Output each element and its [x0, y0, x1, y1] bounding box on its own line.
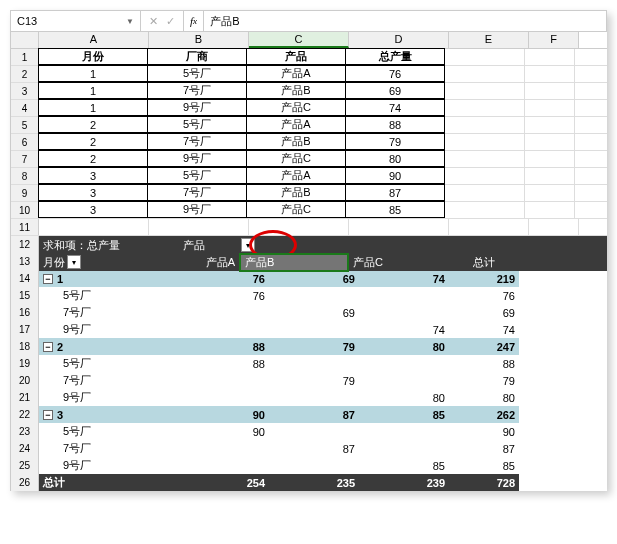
cell[interactable]: 产品A	[246, 167, 346, 184]
row-header[interactable]: 18	[11, 338, 39, 355]
pivot-value[interactable]: 74	[359, 270, 449, 287]
chevron-down-icon[interactable]: ▼	[126, 17, 134, 26]
name-box[interactable]: C13 ▼	[11, 11, 141, 31]
col-header-c[interactable]: C	[249, 32, 349, 48]
row-header[interactable]: 10	[11, 202, 39, 218]
pivot-row-label[interactable]: 9号厂	[39, 389, 179, 406]
pivot-row-label[interactable]: 7号厂	[39, 372, 179, 389]
pivot-value[interactable]: 69	[269, 270, 359, 287]
pivot-group-label[interactable]: −1	[39, 270, 179, 287]
cell[interactable]: 87	[345, 184, 445, 201]
pivot-col-label[interactable]: 总计	[429, 255, 499, 270]
pivot-value[interactable]: 90	[179, 423, 269, 440]
col-header-d[interactable]: D	[349, 32, 449, 48]
pivot-value[interactable]: 69	[269, 304, 359, 321]
collapse-icon[interactable]: −	[43, 342, 53, 352]
cell[interactable]: 产品C	[246, 201, 346, 218]
pivot-value[interactable]	[179, 440, 269, 457]
pivot-value[interactable]: 90	[449, 423, 519, 440]
cell[interactable]: 月份	[38, 48, 148, 65]
pivot-value[interactable]	[269, 423, 359, 440]
pivot-value[interactable]: 80	[449, 389, 519, 406]
pivot-value[interactable]: 80	[359, 338, 449, 355]
cell[interactable]: 80	[345, 150, 445, 167]
pivot-value[interactable]: 88	[179, 355, 269, 372]
cell[interactable]: 总产量	[345, 48, 445, 65]
row-header[interactable]: 2	[11, 66, 39, 82]
pivot-value[interactable]	[179, 372, 269, 389]
cell[interactable]: 69	[345, 82, 445, 99]
cell[interactable]: 5号厂	[147, 167, 247, 184]
row-header[interactable]: 14	[11, 270, 39, 287]
row-header[interactable]: 4	[11, 100, 39, 116]
col-header-a[interactable]: A	[39, 32, 149, 48]
cell[interactable]: 74	[345, 99, 445, 116]
pivot-row-dropdown[interactable]: ▾	[67, 255, 81, 269]
pivot-grand-label[interactable]: 总计	[39, 474, 179, 491]
cell[interactable]: 3	[38, 184, 148, 201]
pivot-value[interactable]: 69	[449, 304, 519, 321]
row-header[interactable]: 12	[11, 236, 39, 253]
cell[interactable]: 产品	[246, 48, 346, 65]
formula-bar-value[interactable]: 产品B	[204, 14, 606, 29]
row-header[interactable]: 13	[11, 253, 39, 270]
pivot-value[interactable]: 87	[269, 406, 359, 423]
cell[interactable]: 2	[38, 150, 148, 167]
pivot-value[interactable]: 74	[449, 321, 519, 338]
pivot-value[interactable]: 87	[269, 440, 359, 457]
row-header[interactable]: 20	[11, 372, 39, 389]
pivot-value[interactable]	[179, 321, 269, 338]
cell[interactable]: 79	[345, 133, 445, 150]
cell[interactable]: 产品B	[246, 133, 346, 150]
pivot-value[interactable]	[269, 355, 359, 372]
pivot-col-label[interactable]: 产品A	[149, 255, 239, 270]
pivot-value[interactable]: 76	[449, 287, 519, 304]
pivot-value[interactable]	[359, 372, 449, 389]
pivot-value[interactable]: 728	[449, 474, 519, 491]
pivot-col-dropdown[interactable]: ▾	[241, 238, 255, 252]
cancel-icon[interactable]: ✕	[149, 15, 158, 28]
pivot-value[interactable]: 80	[359, 389, 449, 406]
pivot-value[interactable]: 76	[179, 270, 269, 287]
pivot-group-label[interactable]: −3	[39, 406, 179, 423]
pivot-value[interactable]: 88	[449, 355, 519, 372]
cell[interactable]: 3	[38, 201, 148, 218]
cell[interactable]: 88	[345, 116, 445, 133]
pivot-row-label[interactable]: 5号厂	[39, 287, 179, 304]
pivot-value[interactable]: 254	[179, 474, 269, 491]
pivot-value[interactable]: 262	[449, 406, 519, 423]
cell[interactable]: 产品C	[246, 150, 346, 167]
pivot-value[interactable]: 85	[359, 406, 449, 423]
cell[interactable]: 产品A	[246, 65, 346, 82]
pivot-value[interactable]: 85	[449, 457, 519, 474]
cell[interactable]: 1	[38, 65, 148, 82]
cell[interactable]: 产品B	[246, 184, 346, 201]
pivot-value[interactable]: 85	[359, 457, 449, 474]
cell[interactable]: 9号厂	[147, 201, 247, 218]
row-header[interactable]: 21	[11, 389, 39, 406]
pivot-row-label[interactable]: 9号厂	[39, 321, 179, 338]
pivot-value[interactable]: 88	[179, 338, 269, 355]
pivot-measure-label[interactable]: 求和项：总产量	[39, 238, 179, 253]
pivot-value[interactable]: 90	[179, 406, 269, 423]
select-all-corner[interactable]	[11, 32, 39, 48]
col-header-f[interactable]: F	[529, 32, 579, 48]
cell[interactable]: 2	[38, 133, 148, 150]
pivot-value[interactable]: 239	[359, 474, 449, 491]
worksheet-grid[interactable]: 1 月份 厂商 产品 总产量 2 1 5号厂 产品A 76 3 1 7号厂 产品…	[10, 49, 607, 491]
pivot-value[interactable]: 235	[269, 474, 359, 491]
cell[interactable]	[445, 49, 525, 65]
col-header-b[interactable]: B	[149, 32, 249, 48]
pivot-col-label[interactable]: 产品C	[349, 255, 429, 270]
cell[interactable]: 5号厂	[147, 65, 247, 82]
row-header[interactable]: 17	[11, 321, 39, 338]
cell[interactable]: 7号厂	[147, 133, 247, 150]
cell[interactable]: 76	[345, 65, 445, 82]
row-header[interactable]: 8	[11, 168, 39, 184]
row-header[interactable]: 24	[11, 440, 39, 457]
collapse-icon[interactable]: −	[43, 274, 53, 284]
pivot-value[interactable]	[269, 287, 359, 304]
pivot-value[interactable]: 219	[449, 270, 519, 287]
row-header[interactable]: 16	[11, 304, 39, 321]
pivot-value[interactable]	[359, 304, 449, 321]
